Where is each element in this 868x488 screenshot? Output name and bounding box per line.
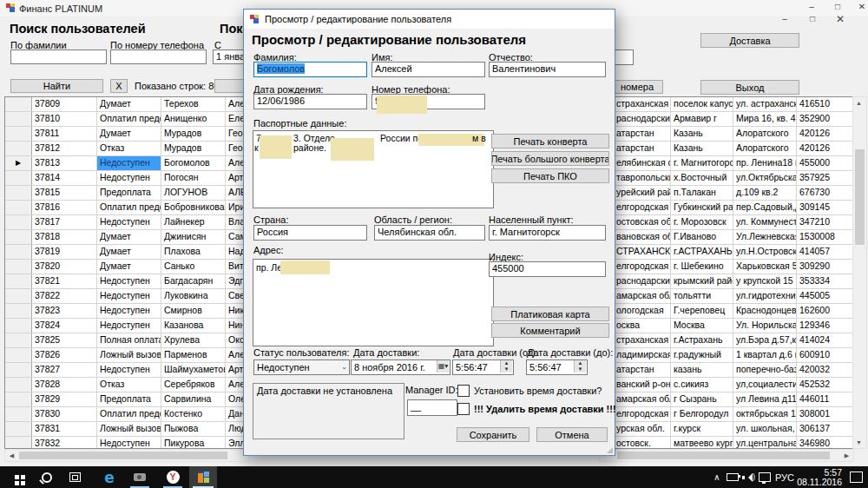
status-cell[interactable]: Думает: [97, 260, 161, 274]
surname-cell[interactable]: Терехов: [161, 97, 226, 111]
surname-search-input[interactable]: [10, 49, 107, 64]
surname-cell[interactable]: Погосян: [161, 171, 226, 185]
address-cell[interactable]: октябрьская 119: [733, 407, 797, 421]
city-cell[interactable]: г.АСТРАХАНЬ: [671, 245, 733, 259]
address-textarea[interactable]: пр. Лен: [253, 259, 494, 346]
status-cell[interactable]: Думает: [97, 127, 161, 141]
surname-cell[interactable]: Анищенко: [161, 112, 226, 126]
print-pko-button[interactable]: Печать ПКО: [491, 168, 609, 183]
zip-cell[interactable]: 414057: [797, 245, 853, 259]
region-cell[interactable]: атарстан: [614, 142, 671, 155]
horizontal-scroll-thumb-left[interactable]: [19, 452, 227, 459]
zip-cell[interactable]: 600910: [797, 348, 853, 362]
status-cell[interactable]: Недоступен: [97, 304, 161, 318]
spinner-arrows-icon[interactable]: ▲▼: [500, 360, 512, 373]
status-cell[interactable]: Оплатил предоп...: [97, 201, 161, 214]
speaker-icon[interactable]: ): [740, 466, 757, 488]
region-cell[interactable]: елябинская обл.: [614, 156, 671, 170]
zip-cell[interactable]: 1530008: [797, 230, 853, 244]
status-cell[interactable]: Отказ: [97, 378, 161, 392]
city-cell[interactable]: Губкинский рай...: [671, 201, 733, 214]
delete-delivery-time-checkbox[interactable]: !!! Удалить время доставки !!!: [457, 403, 616, 415]
find-button[interactable]: Найти: [10, 79, 103, 93]
status-cell[interactable]: Недоступен: [97, 274, 161, 288]
surname-cell[interactable]: Пыжова: [161, 422, 226, 436]
delivery-date-picker[interactable]: 8 ноября 2016 г.▦▾: [351, 359, 450, 375]
city-cell[interactable]: г.Астрахань: [671, 333, 733, 347]
comment-button[interactable]: Комментарий: [491, 323, 609, 338]
print-big-envelope-button[interactable]: Печать большого конверта: [491, 151, 609, 166]
zip-cell[interactable]: 414024: [797, 333, 853, 347]
edge-icon[interactable]: e: [97, 466, 122, 488]
region-cell[interactable]: раснодарский ...: [614, 112, 671, 126]
surname-cell[interactable]: Смирнов: [161, 304, 226, 318]
row-selector-cell[interactable]: [5, 333, 32, 347]
address-cell[interactable]: ул. астраханска...: [733, 97, 797, 111]
row-selector-cell[interactable]: [5, 407, 32, 421]
row-selector-cell[interactable]: [5, 378, 32, 392]
surname-cell[interactable]: ЛОГУНОВ: [161, 186, 226, 200]
address-cell[interactable]: Алоратского: [733, 142, 797, 155]
region-cell[interactable]: ванский р-он: [614, 378, 671, 392]
region-cell[interactable]: атарстан: [614, 363, 671, 377]
region-cell[interactable]: елгородская о...: [614, 407, 671, 421]
surname-cell[interactable]: Казанова: [161, 319, 226, 333]
resize-grip[interactable]: ◢: [607, 445, 613, 454]
scroll-down-icon[interactable]: ▼: [853, 438, 865, 447]
id-cell[interactable]: 37816: [32, 201, 97, 214]
region-cell[interactable]: страханская о...: [614, 333, 671, 347]
region-cell[interactable]: осква: [614, 319, 671, 333]
region-cell[interactable]: урская обл.: [614, 422, 671, 436]
user-status-combobox[interactable]: Недоступен⌄: [253, 359, 350, 375]
delivery-to-spinner[interactable]: 5:56:47▲▼: [526, 359, 588, 375]
address-cell[interactable]: Ул.Лежневская...: [733, 230, 797, 244]
zip-cell[interactable]: 353334: [797, 274, 853, 288]
status-cell[interactable]: Недоступен: [97, 215, 161, 229]
city-cell[interactable]: казань: [671, 363, 733, 377]
spinner-arrows-icon[interactable]: ▲▼: [574, 360, 586, 373]
row-selector-cell[interactable]: [5, 230, 32, 244]
region-cell[interactable]: елгородская: [614, 201, 671, 214]
zip-cell[interactable]: 676730: [797, 186, 853, 200]
status-cell[interactable]: Думает: [97, 245, 161, 259]
row-selector-cell[interactable]: [5, 363, 32, 377]
status-cell[interactable]: Ложный вызов: [97, 422, 161, 436]
address-cell[interactable]: ул,социалестич...: [733, 378, 797, 392]
id-cell[interactable]: 37830: [32, 407, 97, 421]
row-selector-cell[interactable]: [5, 437, 32, 449]
surname-cell[interactable]: Богомолов: [161, 156, 226, 170]
surname-cell[interactable]: Костенко: [161, 407, 226, 421]
status-cell[interactable]: Недоступен: [97, 437, 161, 449]
horizontal-scroll-thumb-right[interactable]: [617, 452, 830, 459]
region-cell[interactable]: страханская о...: [614, 97, 671, 111]
status-cell[interactable]: Предоплата: [97, 392, 161, 406]
row-selector-cell[interactable]: [5, 260, 32, 274]
city-cell[interactable]: крымский райо...: [671, 274, 733, 288]
id-cell[interactable]: 37827: [32, 363, 97, 377]
id-cell[interactable]: 37831: [32, 422, 97, 436]
id-cell[interactable]: 37817: [32, 215, 97, 229]
row-selector-cell[interactable]: [5, 245, 32, 259]
zip-cell[interactable]: 162600: [797, 304, 853, 318]
city-cell[interactable]: г.радужный: [671, 348, 733, 362]
zip-cell[interactable]: 420126: [797, 142, 853, 155]
address-cell[interactable]: Алоратского: [733, 127, 797, 141]
phone-search-input[interactable]: [110, 49, 207, 64]
finance-app-icon[interactable]: [189, 466, 217, 488]
row-selector-cell[interactable]: [5, 112, 32, 126]
surname-cell[interactable]: Хрулева: [161, 333, 226, 347]
city-cell[interactable]: х.Восточный: [671, 171, 733, 185]
city-cell[interactable]: Г.череповец: [671, 304, 733, 318]
region-cell[interactable]: ладимирская: [614, 348, 671, 362]
checkbox-icon[interactable]: [457, 385, 470, 397]
surname-cell[interactable]: Парменов: [161, 348, 226, 362]
status-cell[interactable]: Оплатил предоп...: [97, 112, 161, 126]
patronymic-field[interactable]: Валентинович: [489, 62, 606, 77]
zip-cell[interactable]: 452532: [797, 378, 853, 392]
id-cell[interactable]: 37810: [32, 112, 97, 126]
city-cell[interactable]: Казань: [671, 142, 733, 155]
row-selector-cell[interactable]: [5, 186, 32, 200]
surname-cell[interactable]: Лайнекер: [161, 215, 226, 229]
row-selector-cell[interactable]: [5, 215, 32, 229]
grid-horizontal-scrollbar-left[interactable]: ◀: [4, 449, 249, 462]
